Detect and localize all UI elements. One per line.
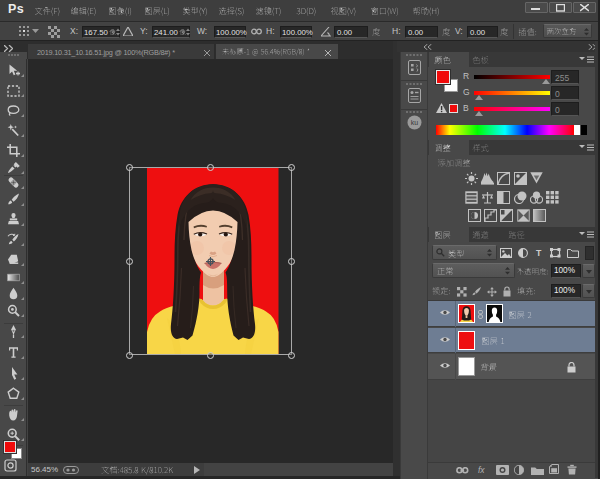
- svg-text:ku: ku: [411, 119, 419, 126]
